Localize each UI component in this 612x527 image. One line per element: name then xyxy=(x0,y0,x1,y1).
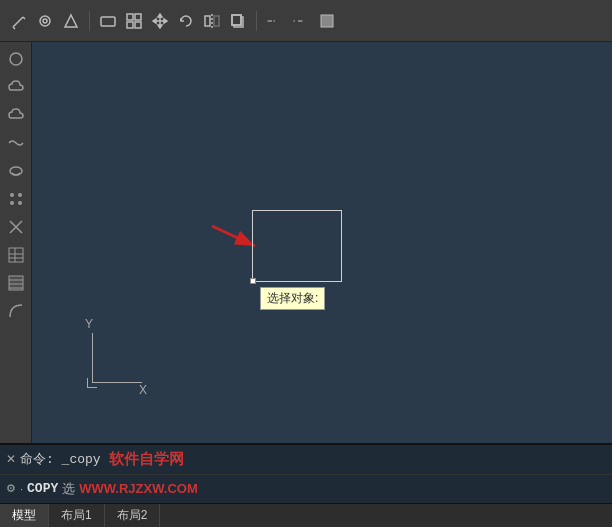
canvas-area[interactable]: 选择对象: Y X xyxy=(32,42,612,443)
toolbar-rectangle-icon[interactable] xyxy=(97,10,119,32)
sidebar-cloud1-icon[interactable] xyxy=(3,74,29,100)
sidebar-circle-icon[interactable] xyxy=(3,46,29,72)
y-axis xyxy=(92,333,93,383)
svg-line-1 xyxy=(23,17,25,19)
svg-point-28 xyxy=(10,53,22,65)
cmd-dot-icon: · xyxy=(20,483,23,495)
sidebar-curve-icon[interactable] xyxy=(3,298,29,324)
tab-model[interactable]: 模型 xyxy=(0,504,49,527)
svg-marker-15 xyxy=(153,19,156,23)
axis-corner xyxy=(87,378,97,388)
svg-point-33 xyxy=(18,201,22,205)
svg-line-0 xyxy=(13,17,23,27)
toolbar xyxy=(0,0,612,42)
svg-marker-13 xyxy=(158,14,162,17)
svg-rect-17 xyxy=(205,16,210,26)
command-line-1: ✕ 命令: _copy 软件自学网 xyxy=(0,445,612,475)
toolbar-triangle-icon[interactable] xyxy=(60,10,82,32)
svg-rect-19 xyxy=(214,16,219,26)
svg-marker-16 xyxy=(164,19,167,23)
toolbar-dash2-icon[interactable] xyxy=(290,10,312,32)
sidebar-wave-icon[interactable] xyxy=(3,130,29,156)
svg-marker-5 xyxy=(65,15,77,27)
x-axis-label: X xyxy=(139,383,147,397)
svg-rect-36 xyxy=(9,248,23,262)
svg-rect-8 xyxy=(135,14,141,20)
svg-rect-21 xyxy=(232,15,241,25)
sidebar-dots-icon[interactable] xyxy=(3,186,29,212)
svg-line-45 xyxy=(212,226,255,246)
command-close-btn[interactable]: ✕ xyxy=(6,452,16,466)
toolbar-move-icon[interactable] xyxy=(149,10,171,32)
app-container: 选择对象: Y X ✕ 命令: _copy 软件自学网 ⚙ · COPY 选 W… xyxy=(0,0,612,527)
toolbar-dash1-icon[interactable] xyxy=(264,10,286,32)
y-axis-label: Y xyxy=(85,317,93,331)
tab-model-label: 模型 xyxy=(12,507,36,524)
svg-point-32 xyxy=(10,201,14,205)
toolbar-copy-icon[interactable] xyxy=(227,10,249,32)
main-area: 选择对象: Y X xyxy=(0,42,612,443)
sidebar-cross-icon[interactable] xyxy=(3,214,29,240)
drawing-rectangle xyxy=(252,210,342,282)
svg-rect-6 xyxy=(101,17,115,26)
svg-point-30 xyxy=(10,193,14,197)
tab-layout1-label: 布局1 xyxy=(61,507,92,524)
toolbar-pencil-icon[interactable] xyxy=(8,10,30,32)
sidebar-cloud2-icon[interactable] xyxy=(3,102,29,128)
toolbar-rotate-icon[interactable] xyxy=(175,10,197,32)
sidebar-cloud3-icon[interactable] xyxy=(3,158,29,184)
watermark-text: 软件自学网 xyxy=(109,450,184,469)
command-text-1: 命令: _copy xyxy=(20,450,101,468)
left-sidebar xyxy=(0,42,32,443)
svg-point-31 xyxy=(18,193,22,197)
cmd-settings-icon[interactable]: ⚙ xyxy=(6,482,16,495)
svg-point-3 xyxy=(40,16,50,26)
select-object-tooltip: 选择对象: xyxy=(260,287,325,310)
rect-handle xyxy=(250,278,256,284)
sidebar-hatch2-icon[interactable] xyxy=(3,270,29,296)
svg-rect-10 xyxy=(135,22,141,28)
toolbar-select-icon[interactable] xyxy=(34,10,56,32)
tab-layout2-label: 布局2 xyxy=(117,507,148,524)
sidebar-hatch1-icon[interactable] xyxy=(3,242,29,268)
toolbar-square-icon[interactable] xyxy=(316,10,338,32)
toolbar-grid-icon[interactable] xyxy=(123,10,145,32)
tab-layout1[interactable]: 布局1 xyxy=(49,504,105,527)
toolbar-separator-2 xyxy=(256,11,257,31)
svg-rect-7 xyxy=(127,14,133,20)
tooltip-text: 选择对象: xyxy=(267,291,318,305)
toolbar-mirror-icon[interactable] xyxy=(201,10,223,32)
toolbar-separator-1 xyxy=(89,11,90,31)
copy-label: COPY xyxy=(27,481,58,496)
command-area: ✕ 命令: _copy 软件自学网 ⚙ · COPY 选 WWW.RJZXW.C… xyxy=(0,443,612,503)
svg-point-4 xyxy=(43,19,47,23)
x-axis xyxy=(92,382,142,383)
tab-layout2[interactable]: 布局2 xyxy=(105,504,161,527)
svg-rect-9 xyxy=(127,22,133,28)
status-bar: 模型 布局1 布局2 xyxy=(0,503,612,527)
svg-line-2 xyxy=(13,27,15,29)
svg-rect-27 xyxy=(321,15,333,27)
watermark-url: WWW.RJZXW.COM xyxy=(79,481,197,496)
svg-marker-14 xyxy=(158,25,162,28)
cmd-rest-text: 选 xyxy=(62,480,75,498)
command-input-line: ⚙ · COPY 选 WWW.RJZXW.COM xyxy=(0,475,612,504)
